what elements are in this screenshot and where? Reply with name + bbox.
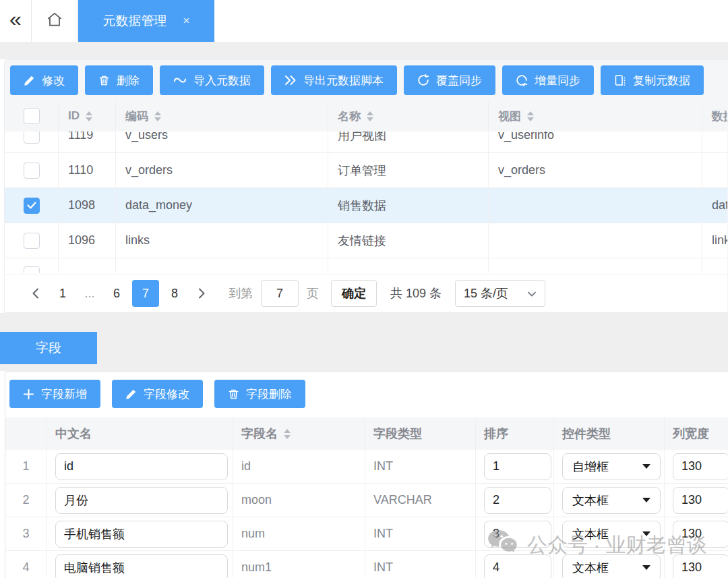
- col-width-input[interactable]: [673, 521, 728, 548]
- tab-metadata-management[interactable]: 元数据管理 ×: [78, 0, 214, 42]
- column-label: 中文名: [55, 426, 92, 442]
- cell-view: v_userinfo: [489, 132, 702, 152]
- fields-table: 中文名 字段名 字段类型 排序 控件类型 列宽度 1 id INT: [5, 417, 728, 578]
- page-number-active[interactable]: 7: [132, 280, 159, 307]
- fields-table-header: 中文名 字段名 字段类型 排序 控件类型 列宽度: [5, 417, 728, 450]
- trash-icon: [98, 75, 110, 86]
- sort-input[interactable]: [484, 487, 551, 514]
- row-checkbox[interactable]: [24, 233, 40, 249]
- add-field-button[interactable]: 字段新增: [9, 380, 100, 408]
- plus-icon: [23, 388, 34, 400]
- sort-icon[interactable]: [284, 429, 291, 439]
- caret-down-icon: [642, 464, 650, 469]
- metadata-table: ID 编码 名称 视图 数据 1119 v_user: [5, 100, 727, 274]
- tab-bar: « 元数据管理 ×: [0, 0, 728, 42]
- page-number[interactable]: 1: [51, 280, 74, 307]
- link-icon: [173, 75, 187, 86]
- modify-button[interactable]: 修改: [10, 65, 78, 95]
- column-header-code[interactable]: 编码: [116, 100, 328, 132]
- next-page-button[interactable]: [188, 287, 215, 299]
- page-number[interactable]: 6: [105, 280, 128, 307]
- export-metadata-script-button[interactable]: 导出元数据脚本: [271, 65, 397, 95]
- column-header-field-type: 字段类型: [365, 417, 476, 450]
- cell-code: data_money: [116, 188, 328, 223]
- cn-name-input[interactable]: [55, 487, 228, 514]
- row-checkbox[interactable]: [24, 266, 40, 273]
- confirm-button[interactable]: 确定: [331, 280, 377, 307]
- col-width-input[interactable]: [673, 487, 728, 514]
- column-label: 编码: [125, 109, 148, 124]
- delete-button[interactable]: 删除: [85, 65, 153, 95]
- goto-page-label: 到第: [229, 285, 253, 301]
- row-checkbox[interactable]: [24, 163, 40, 179]
- copy-metadata-button[interactable]: 复制元数据: [601, 65, 704, 95]
- button-label: 字段新增: [41, 386, 87, 402]
- sort-input[interactable]: [484, 521, 551, 548]
- table-row-selected[interactable]: 1098 data_money 销售数据 data_money: [5, 188, 727, 223]
- row-checkbox-checked[interactable]: [24, 198, 40, 214]
- control-type-select[interactable]: 文本框: [562, 487, 661, 514]
- row-number: 1: [5, 450, 47, 483]
- col-width-input[interactable]: [673, 453, 728, 480]
- sort-icon[interactable]: [527, 111, 534, 121]
- cell-name: 订单管理: [328, 153, 489, 187]
- cn-name-input[interactable]: [55, 554, 228, 578]
- collapse-sidebar-icon[interactable]: «: [0, 0, 31, 42]
- goto-page-input[interactable]: [261, 280, 299, 307]
- col-width-input[interactable]: [673, 554, 728, 578]
- page-size-select[interactable]: 15 条/页: [455, 280, 545, 307]
- edit-field-button[interactable]: 字段修改: [112, 380, 203, 408]
- column-header-name[interactable]: 名称: [328, 100, 489, 132]
- divider-band: [0, 364, 728, 371]
- sort-icon[interactable]: [154, 111, 161, 121]
- cn-name-input[interactable]: [55, 453, 228, 480]
- button-label: 复制元数据: [633, 73, 690, 88]
- cell-code: v_users: [116, 132, 328, 152]
- field-row[interactable]: 1 id INT 自增框: [5, 450, 728, 484]
- cn-name-input[interactable]: [55, 521, 228, 548]
- divider-band: [0, 313, 728, 332]
- sort-input[interactable]: [484, 453, 551, 480]
- button-label: 导入元数据: [193, 73, 251, 88]
- close-icon[interactable]: ×: [183, 14, 190, 28]
- select-all-checkbox[interactable]: [24, 108, 40, 124]
- column-header-id[interactable]: ID: [59, 100, 116, 132]
- field-row[interactable]: 4 num1 INT 文本框: [5, 551, 728, 578]
- cell-field-type: INT: [365, 517, 476, 550]
- incremental-sync-button[interactable]: 增量同步: [502, 65, 594, 95]
- page-size-value: 15 条/页: [464, 285, 508, 301]
- tab-fields[interactable]: 字段: [0, 332, 97, 364]
- column-label: 列宽度: [673, 426, 709, 442]
- column-header-col-width: 列宽度: [665, 417, 728, 450]
- delete-field-button[interactable]: 字段删除: [214, 380, 305, 408]
- table-row[interactable]: 1119 v_users 用户视图 v_userinfo: [5, 132, 727, 153]
- control-type-select[interactable]: 文本框: [562, 554, 661, 578]
- sort-input[interactable]: [484, 554, 551, 578]
- edit-icon: [24, 75, 35, 86]
- column-header-control-type: 控件类型: [554, 417, 665, 450]
- page-number[interactable]: 8: [163, 280, 186, 307]
- control-type-value: 文本框: [572, 526, 609, 542]
- prev-page-button[interactable]: [22, 287, 49, 299]
- cell-view: [489, 188, 702, 223]
- import-metadata-button[interactable]: 导入元数据: [160, 65, 264, 95]
- table-row[interactable]: 1096 links 友情链接 links: [5, 223, 727, 258]
- control-type-select[interactable]: 自增框: [562, 453, 661, 480]
- column-header-view[interactable]: 视图: [489, 100, 702, 132]
- cell-source: data_money: [702, 188, 727, 223]
- cell-view: [489, 223, 702, 258]
- sort-icon[interactable]: [367, 111, 373, 121]
- button-label: 字段修改: [144, 386, 189, 402]
- table-row-clipped[interactable]: [5, 258, 727, 273]
- sort-icon[interactable]: [86, 111, 92, 121]
- overwrite-sync-button[interactable]: 覆盖同步: [404, 65, 495, 95]
- field-row[interactable]: 3 num INT 文本框: [5, 517, 728, 551]
- column-label: ID: [68, 109, 80, 123]
- field-row[interactable]: 2 moon VARCHAR 文本框: [5, 484, 728, 517]
- table-row[interactable]: 1110 v_orders 订单管理 v_orders: [5, 153, 727, 188]
- column-header-source[interactable]: 数据: [702, 100, 727, 132]
- control-type-select[interactable]: 文本框: [562, 521, 661, 548]
- home-button[interactable]: [31, 0, 78, 42]
- column-header-field-name[interactable]: 字段名: [233, 417, 365, 450]
- row-checkbox[interactable]: [24, 132, 40, 144]
